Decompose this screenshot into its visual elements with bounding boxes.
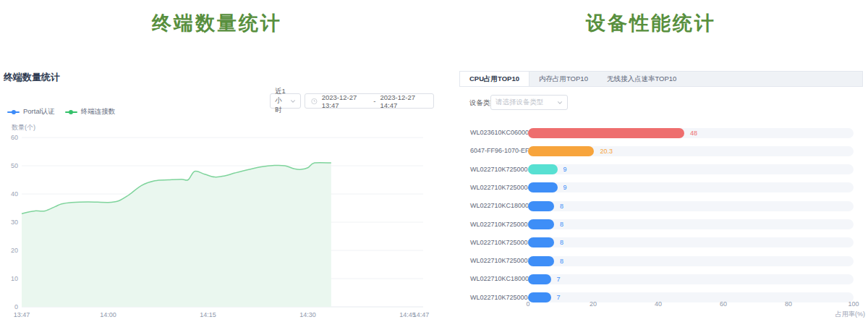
bar-value: 8 bbox=[560, 201, 563, 211]
bar bbox=[528, 182, 558, 192]
bar-track: 8 bbox=[528, 256, 854, 266]
bar-row: WL022710K7250002728 bbox=[470, 216, 863, 234]
legend-marker-icon bbox=[7, 110, 20, 114]
bar-category-label: WL022710KC18000372 bbox=[470, 270, 524, 288]
bar-row: WL023610KC0600004348 bbox=[470, 124, 863, 142]
bar-row: WL022710K7250003698 bbox=[470, 252, 863, 270]
bar-value: 7 bbox=[557, 274, 561, 284]
bar bbox=[528, 164, 558, 174]
bar-category-label: WL022710K725000470 bbox=[470, 289, 524, 307]
tab-0[interactable]: CPU占用TOP10 bbox=[460, 72, 529, 86]
bar-row: WL022710KC180002808 bbox=[470, 197, 863, 215]
bar-track: 8 bbox=[528, 201, 854, 211]
bar-category-label: WL022710K725000369 bbox=[470, 252, 524, 270]
bar-value: 48 bbox=[690, 128, 697, 138]
left-section-title: 终端数量统计 bbox=[0, 10, 434, 36]
bar-x-tick: 20 bbox=[590, 300, 597, 308]
bar bbox=[528, 219, 554, 229]
bar bbox=[528, 128, 684, 138]
tab-1[interactable]: 内存占用TOP10 bbox=[529, 72, 597, 86]
legend-item-0[interactable]: Portal认证 bbox=[7, 107, 55, 117]
bar-track: 48 bbox=[528, 128, 854, 138]
legend-label: Portal认证 bbox=[23, 107, 55, 117]
svg-text:13:47: 13:47 bbox=[14, 311, 30, 318]
device-type-placeholder: 请选择设备类型 bbox=[495, 98, 544, 107]
date-range-end: 2023-12-27 14:47 bbox=[380, 93, 427, 109]
bar-value: 8 bbox=[560, 219, 563, 229]
chevron-down-icon bbox=[290, 98, 296, 104]
bar-category-label: WL022710K725000409 bbox=[470, 179, 524, 197]
bar-value: 8 bbox=[560, 256, 563, 266]
bar-row: WL022710K7250003078 bbox=[470, 234, 863, 252]
bar-x-tick: 100 bbox=[848, 300, 859, 308]
bar bbox=[528, 274, 551, 284]
svg-text:14:30: 14:30 bbox=[299, 311, 316, 318]
bar-track: 7 bbox=[528, 274, 854, 284]
bar-x-tick: 80 bbox=[785, 300, 792, 308]
bar bbox=[528, 146, 594, 156]
time-range-select[interactable]: 近1小时 bbox=[270, 93, 301, 109]
bar-category-label: WL022710K725000102 bbox=[470, 161, 524, 179]
bar-row: 6047-FF96-1070-EF0A20.3 bbox=[470, 142, 863, 160]
bar-track: 8 bbox=[528, 219, 854, 229]
bar-track: 8 bbox=[528, 237, 854, 248]
bar-track: 9 bbox=[528, 164, 854, 174]
bar-track: 7 bbox=[528, 292, 854, 302]
chart-legend: Portal认证终端连接数 bbox=[7, 107, 115, 117]
bar-category-label: WL022710K725000272 bbox=[470, 216, 524, 234]
bar bbox=[528, 237, 554, 248]
svg-text:14:15: 14:15 bbox=[200, 311, 216, 318]
bar-value: 9 bbox=[563, 182, 567, 192]
date-range-separator: - bbox=[373, 97, 375, 105]
bar-x-axis-label: 占用率(%) bbox=[793, 310, 865, 319]
date-range-start: 2023-12-27 13:47 bbox=[322, 93, 370, 109]
bar bbox=[528, 201, 554, 211]
chevron-down-icon bbox=[557, 100, 563, 106]
bar-category-label: WL023610KC06000043 bbox=[470, 124, 524, 142]
terminal-area-chart[interactable]: 010203040506013:4714:0014:1514:3014:4514… bbox=[0, 132, 434, 329]
bar-category-label: WL022710K725000307 bbox=[470, 234, 524, 252]
bar-value: 20.3 bbox=[600, 146, 613, 156]
svg-text:30: 30 bbox=[11, 219, 18, 226]
svg-text:10: 10 bbox=[11, 275, 18, 282]
bar-track: 20.3 bbox=[528, 146, 854, 156]
device-type-select[interactable]: 请选择设备类型 bbox=[490, 95, 568, 110]
legend-item-1[interactable]: 终端连接数 bbox=[65, 107, 116, 117]
clock-icon bbox=[311, 98, 318, 105]
bar-x-tick: 40 bbox=[655, 300, 662, 308]
bar-value: 8 bbox=[560, 237, 563, 248]
bar-x-tick: 0 bbox=[526, 300, 529, 308]
svg-text:20: 20 bbox=[11, 247, 18, 254]
svg-text:60: 60 bbox=[11, 134, 18, 141]
dashboard: 终端数量统计 终端数量统计 近1小时 2023-12-27 13:47 - 20… bbox=[0, 0, 868, 330]
time-range-value: 近1小时 bbox=[275, 87, 287, 115]
bar-value: 7 bbox=[557, 292, 561, 302]
svg-text:14:00: 14:00 bbox=[100, 311, 116, 318]
bar-value: 9 bbox=[563, 164, 567, 174]
svg-text:40: 40 bbox=[11, 190, 18, 198]
svg-text:0: 0 bbox=[14, 303, 18, 310]
right-section-title: 设备性能统计 bbox=[434, 10, 868, 36]
bar-x-tick: 60 bbox=[720, 300, 727, 308]
legend-marker-icon bbox=[65, 110, 77, 114]
bar bbox=[528, 256, 554, 266]
bar bbox=[528, 292, 551, 302]
legend-label: 终端连接数 bbox=[81, 107, 116, 117]
bar-row: WL022710KC180003727 bbox=[470, 270, 863, 288]
date-range-picker[interactable]: 2023-12-27 13:47 - 2023-12-27 14:47 bbox=[305, 93, 434, 109]
bar-category-label: 6047-FF96-1070-EF0A bbox=[470, 142, 524, 160]
svg-text:50: 50 bbox=[11, 162, 18, 169]
terminal-panel-title: 终端数量统计 bbox=[4, 71, 60, 84]
bar-row: WL022710K7250001029 bbox=[470, 161, 863, 179]
tab-2[interactable]: 无线接入点速率TOP10 bbox=[597, 72, 686, 86]
bar-category-label: WL022710KC18000280 bbox=[470, 197, 524, 215]
bar-track: 9 bbox=[528, 182, 854, 192]
svg-text:14:47: 14:47 bbox=[413, 311, 430, 318]
bar-row: WL022710K7250004099 bbox=[470, 179, 863, 197]
performance-tabs: CPU占用TOP10内存占用TOP10无线接入点速率TOP10 bbox=[459, 71, 863, 87]
